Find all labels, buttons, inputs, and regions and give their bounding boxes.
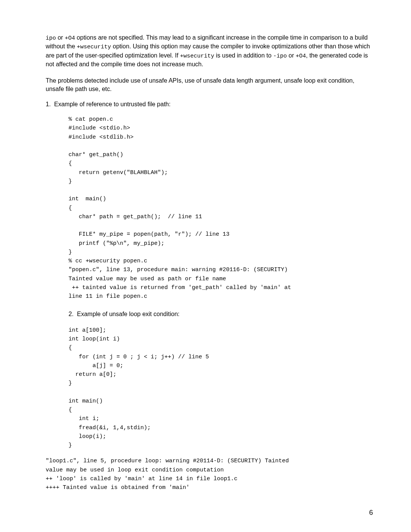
code-span-o4: +O4 [65,35,75,42]
code-span-wsecurity: +wsecurity [77,44,111,50]
intro-paragraph-2: The problems detected include use of uns… [46,77,373,93]
page-number: 6 [369,509,373,517]
code-span-ipo: ipo [46,35,56,42]
code-span-ipo: -ipo [273,53,287,59]
list-item-text: Example of unsafe loop exit condition: [77,311,180,317]
code-example-1: % cat popen.c #include <stdio.h> #includ… [68,115,373,301]
intro-paragraph-1: ipo or +O4 options are not specified. Th… [46,34,373,68]
text-span: or [287,52,296,59]
list-item-2: 2. Example of unsafe loop exit condition… [68,310,373,318]
text-span: or [56,34,65,41]
list-marker: 2. [68,311,73,317]
text-span: is used in addition to [214,52,273,59]
document-page: ipo or +O4 options are not specified. Th… [0,0,411,522]
list-marker: 1. [46,101,51,107]
code-span-wsecurity: +wsecurity [180,53,214,59]
list-item-1: 1. Example of reference to untrusted fil… [46,100,373,109]
list-item-text: Example of reference to untrusted file p… [54,101,170,107]
code-example-3: "loop1.c", line 5, procedure loop: warni… [46,457,373,492]
code-span-o4: +O4 [296,53,306,59]
code-example-2: int a[100]; int loop(int i) { for (int j… [68,326,373,450]
